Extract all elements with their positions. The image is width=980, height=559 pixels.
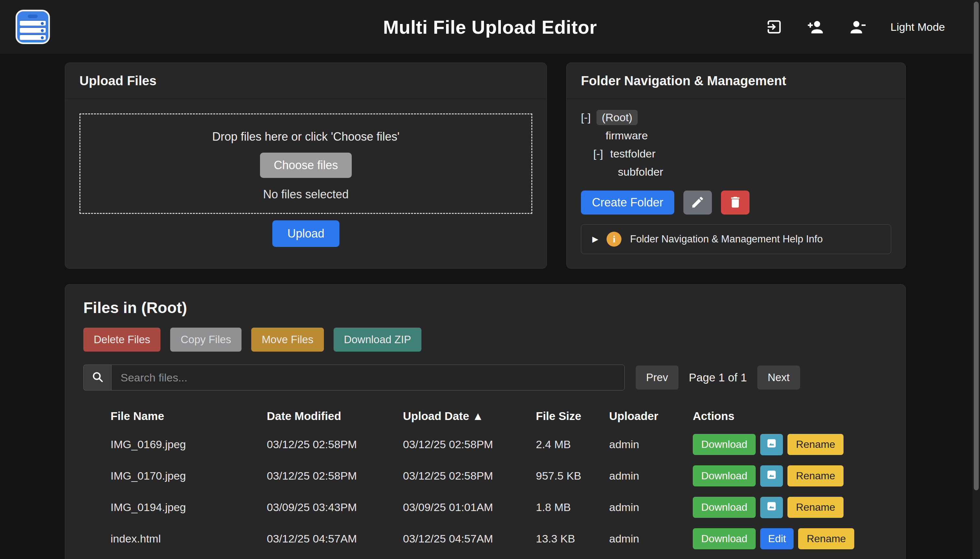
remove-user-icon <box>848 18 867 36</box>
login-icon <box>765 18 783 36</box>
delete-folder-button[interactable] <box>721 190 750 215</box>
folder-tree-item[interactable]: firmware <box>581 126 891 144</box>
files-panel-title: Files in (Root) <box>83 299 887 317</box>
folder-tree-item[interactable]: subfolder <box>581 163 891 181</box>
add-user-icon <box>806 18 825 36</box>
login-button[interactable] <box>765 18 783 36</box>
image-icon <box>766 501 777 514</box>
sort-ascending-icon: ▲ <box>472 410 484 422</box>
scrollbar-thumb[interactable] <box>974 2 979 490</box>
trash-icon <box>728 195 742 210</box>
folder-panel-title: Folder Navigation & Management <box>567 63 906 99</box>
pencil-icon <box>690 195 705 210</box>
date-modified-cell: 03/12/25 02:58PM <box>267 470 403 482</box>
preview-button[interactable] <box>760 434 783 455</box>
search-icon <box>91 370 104 385</box>
file-dropzone[interactable]: Drop files here or click 'Choose files' … <box>79 113 532 214</box>
page-indicator: Page 1 of 1 <box>689 371 747 384</box>
date-modified-cell: 03/12/25 02:58PM <box>267 438 403 451</box>
light-mode-toggle[interactable]: Light Mode <box>891 21 945 33</box>
folder-navigation-panel: Folder Navigation & Management [-] (Root… <box>566 63 906 269</box>
folder-tree: [-] (Root) firmware [-] testfolder subfo… <box>581 108 891 181</box>
folder-tree-item[interactable]: [-] (Root) <box>581 108 891 126</box>
preview-button[interactable] <box>760 465 783 487</box>
table-row: IMG_0169.jpeg 03/12/25 02:58PM 03/12/25 … <box>83 429 887 460</box>
files-table-header: File Name Date Modified Upload Date ▲ Fi… <box>83 404 887 429</box>
upload-files-panel: Upload Files Drop files here or click 'C… <box>65 63 547 269</box>
main-content: Upload Files Drop files here or click 'C… <box>65 63 906 559</box>
download-button[interactable]: Download <box>693 528 756 549</box>
files-table: File Name Date Modified Upload Date ▲ Fi… <box>83 404 887 554</box>
top-bar: Multi File Upload Editor <box>0 0 980 54</box>
table-row: IMG_0170.jpeg 03/12/25 02:58PM 03/12/25 … <box>83 460 887 491</box>
folder-tree-item[interactable]: [-] testfolder <box>581 144 891 163</box>
rename-folder-button[interactable] <box>684 190 712 215</box>
col-file-name[interactable]: File Name <box>111 410 267 423</box>
uploader-cell: admin <box>609 501 693 514</box>
download-zip-button[interactable]: Download ZIP <box>334 327 421 352</box>
remove-user-button[interactable] <box>848 18 867 36</box>
col-uploader[interactable]: Uploader <box>609 410 693 423</box>
table-row: index.html 03/12/25 04:57AM 03/12/25 04:… <box>83 523 887 554</box>
tree-toggle[interactable]: [-] <box>593 147 603 160</box>
date-modified-cell: 03/09/25 03:43PM <box>267 501 403 514</box>
preview-button[interactable] <box>760 497 783 518</box>
upload-date-cell: 03/12/25 02:58PM <box>403 470 536 482</box>
file-name-cell: IMG_0194.jpeg <box>111 501 267 514</box>
caret-right-icon[interactable]: ▶ <box>592 235 598 244</box>
dropzone-hint: Drop files here or click 'Choose files' <box>80 130 531 144</box>
file-name-cell: IMG_0169.jpeg <box>111 438 267 451</box>
search-input[interactable] <box>111 365 625 390</box>
upload-date-cell: 03/09/25 01:01AM <box>403 501 536 514</box>
date-modified-cell: 03/12/25 04:57AM <box>267 533 403 545</box>
upload-date-cell: 03/12/25 02:58PM <box>403 438 536 451</box>
search-button[interactable] <box>83 365 111 390</box>
move-files-button[interactable]: Move Files <box>251 327 324 352</box>
file-size-cell: 957.5 KB <box>536 470 609 482</box>
upload-panel-title: Upload Files <box>65 63 546 99</box>
files-table-body: IMG_0169.jpeg 03/12/25 02:58PM 03/12/25 … <box>83 429 887 554</box>
folder-help-label: Folder Navigation & Management Help Info <box>630 233 823 245</box>
uploader-cell: admin <box>609 438 693 451</box>
info-icon: i <box>606 232 621 246</box>
rename-button[interactable]: Rename <box>788 497 844 518</box>
rename-button[interactable]: Rename <box>798 528 854 549</box>
page-scrollbar[interactable] <box>973 0 980 559</box>
next-page-button[interactable]: Next <box>757 366 800 390</box>
upload-date-cell: 03/12/25 04:57AM <box>403 533 536 545</box>
folder-name[interactable]: firmware <box>604 128 649 143</box>
folder-name[interactable]: (Root) <box>596 110 637 125</box>
edit-button[interactable]: Edit <box>760 528 794 549</box>
download-button[interactable]: Download <box>693 497 756 518</box>
delete-files-button[interactable]: Delete Files <box>83 327 161 352</box>
download-button[interactable]: Download <box>693 465 756 486</box>
col-upload-date[interactable]: Upload Date ▲ <box>403 410 536 423</box>
file-size-cell: 13.3 KB <box>536 533 609 545</box>
create-folder-button[interactable]: Create Folder <box>581 190 674 215</box>
file-size-cell: 1.8 MB <box>536 501 609 514</box>
image-icon <box>766 438 777 452</box>
image-icon <box>766 469 777 483</box>
rename-button[interactable]: Rename <box>788 434 844 455</box>
col-actions: Actions <box>693 410 887 423</box>
upload-button[interactable]: Upload <box>272 220 339 247</box>
folder-name[interactable]: testfolder <box>609 146 657 161</box>
table-row: IMG_0194.jpeg 03/09/25 03:43PM 03/09/25 … <box>83 491 887 523</box>
files-panel: Files in (Root) Delete Files Copy Files … <box>65 284 906 559</box>
uploader-cell: admin <box>609 533 693 545</box>
choose-files-button[interactable]: Choose files <box>260 153 351 178</box>
uploader-cell: admin <box>609 470 693 482</box>
download-button[interactable]: Download <box>693 434 756 455</box>
no-files-selected-text: No files selected <box>80 188 531 201</box>
folder-help-expander[interactable]: ▶ i Folder Navigation & Management Help … <box>581 224 891 254</box>
prev-page-button[interactable]: Prev <box>636 366 679 390</box>
col-file-size[interactable]: File Size <box>536 410 609 423</box>
rename-button[interactable]: Rename <box>788 465 844 486</box>
copy-files-button[interactable]: Copy Files <box>170 327 242 352</box>
file-name-cell: index.html <box>111 533 267 545</box>
file-name-cell: IMG_0170.jpeg <box>111 470 267 482</box>
tree-toggle[interactable]: [-] <box>581 111 591 124</box>
add-user-button[interactable] <box>806 18 825 36</box>
folder-name[interactable]: subfolder <box>617 164 665 180</box>
col-date-modified[interactable]: Date Modified <box>267 410 403 423</box>
